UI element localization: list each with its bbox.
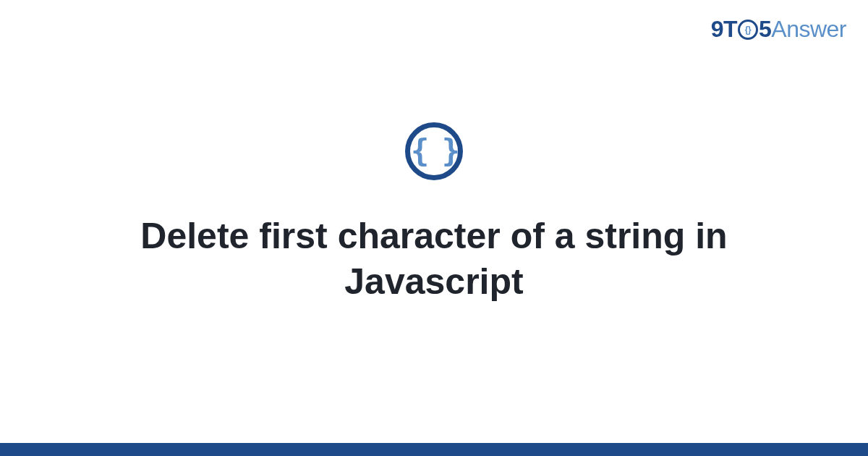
page-title: Delete first character of a string in Ja… xyxy=(54,214,814,305)
code-braces-icon: { } xyxy=(411,136,457,166)
footer-accent-bar xyxy=(0,443,868,456)
main-content: { } Delete first character of a string i… xyxy=(0,0,868,456)
topic-icon-circle: { } xyxy=(405,122,463,180)
